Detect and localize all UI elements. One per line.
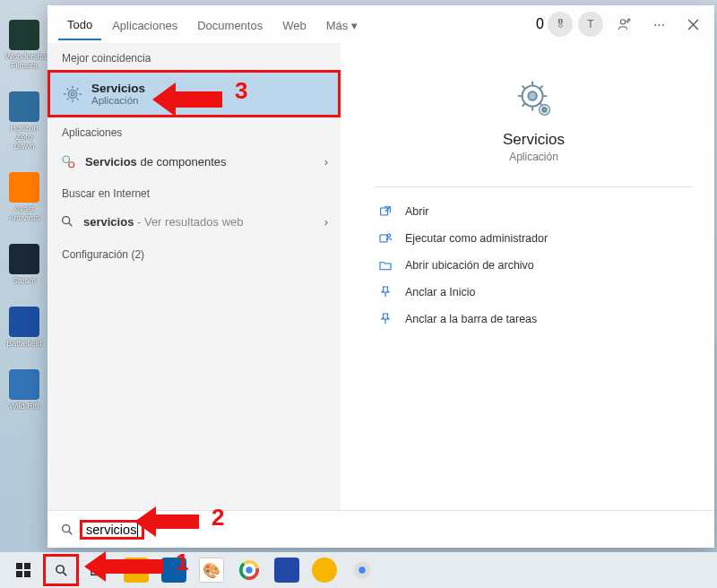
folder-icon xyxy=(378,258,393,272)
annotation-arrow-2 xyxy=(134,502,210,541)
services-gear-large-icon xyxy=(514,77,555,118)
tab-documentos[interactable]: Documentos xyxy=(188,10,272,39)
rewards-counter[interactable]: 0 🎖 xyxy=(536,12,573,37)
desktop-icon[interactable]: Wild Rift xyxy=(5,369,43,411)
web-label: Buscar en Internet xyxy=(48,178,341,205)
action-label: Abrir ubicación de archivo xyxy=(405,259,534,272)
result-text: servicios - Ver resultados web xyxy=(83,215,244,229)
svg-point-18 xyxy=(56,565,64,573)
search-icon xyxy=(60,214,74,229)
result-text: Servicios de componentes xyxy=(85,155,227,169)
medal-icon: 🎖 xyxy=(548,12,573,37)
taskbar-search-button[interactable] xyxy=(43,554,79,586)
svg-point-9 xyxy=(542,108,547,112)
action-label: Ejecutar como administrador xyxy=(405,232,548,245)
svg-point-4 xyxy=(69,162,74,168)
best-match-title: Servicios xyxy=(91,82,145,95)
action-run-admin[interactable]: Ejecutar como administrador xyxy=(375,225,693,252)
svg-rect-10 xyxy=(381,208,388,215)
svg-marker-30 xyxy=(84,551,163,582)
action-label: Anclar a la barra de tareas xyxy=(405,313,537,325)
desktop-icon[interactable]: Avast Antivirus xyxy=(5,172,43,222)
svg-point-25 xyxy=(246,566,252,573)
svg-rect-16 xyxy=(16,571,22,577)
tab-todo[interactable]: Todo xyxy=(58,9,101,40)
services-gear-icon xyxy=(63,84,82,104)
admin-icon xyxy=(378,231,393,246)
svg-marker-28 xyxy=(152,82,222,117)
svg-point-13 xyxy=(63,524,70,532)
svg-marker-29 xyxy=(134,506,199,537)
svg-rect-15 xyxy=(24,563,30,569)
tab-aplicaciones[interactable]: Aplicaciones xyxy=(103,10,186,39)
start-button[interactable] xyxy=(5,554,41,586)
annotation-number-2: 2 xyxy=(212,504,224,532)
annotation-number-1: 1 xyxy=(176,549,188,576)
taskbar-app[interactable] xyxy=(307,554,342,586)
chrome-canary-icon xyxy=(352,560,372,580)
tab-mas[interactable]: Más ▾ xyxy=(317,10,367,39)
pin-icon xyxy=(378,285,393,299)
svg-rect-17 xyxy=(24,571,30,577)
action-open[interactable]: Abrir xyxy=(375,198,693,225)
feedback-icon[interactable] xyxy=(609,8,641,40)
search-icon xyxy=(60,523,74,537)
action-open-location[interactable]: Abrir ubicación de archivo xyxy=(375,252,693,279)
taskbar-app[interactable]: 🎨 xyxy=(194,554,229,586)
details-subtitle: Aplicación xyxy=(375,151,693,163)
desktop-icon[interactable]: Horizon Zero Dawn xyxy=(5,91,43,151)
svg-point-7 xyxy=(528,91,537,100)
chevron-right-icon: › xyxy=(324,155,328,169)
result-servicios-componentes[interactable]: Servicios de componentes › xyxy=(48,144,341,178)
search-icon xyxy=(54,563,69,578)
windows-icon xyxy=(16,563,30,577)
desktop-icon[interactable]: Wondershare Filmora xyxy=(5,20,43,70)
desktop-icon[interactable]: Battlefield xyxy=(5,307,43,348)
config-label[interactable]: Configuración (2) xyxy=(48,238,341,266)
more-icon[interactable]: ⋯ xyxy=(643,8,675,40)
svg-rect-14 xyxy=(16,563,22,569)
svg-point-1 xyxy=(68,90,76,98)
chevron-right-icon: › xyxy=(324,215,328,229)
svg-point-27 xyxy=(358,566,365,573)
details-column: Servicios Aplicación Abrir Ejecutar como… xyxy=(341,43,714,510)
user-avatar[interactable]: T xyxy=(574,8,607,40)
svg-point-0 xyxy=(620,20,625,24)
annotation-arrow-1 xyxy=(84,547,174,586)
desktop-icons: Wondershare Filmora Horizon Zero Dawn Av… xyxy=(5,20,45,411)
taskbar-app[interactable] xyxy=(344,554,380,586)
taskbar-chrome[interactable] xyxy=(231,554,267,586)
annotation-number-3: 3 xyxy=(235,77,247,105)
divider xyxy=(375,186,693,187)
action-label: Anclar a Inicio xyxy=(405,286,476,298)
tab-web[interactable]: Web xyxy=(273,10,315,39)
desktop-icon[interactable]: Steam xyxy=(5,244,43,285)
component-services-icon xyxy=(60,153,76,169)
result-web-servicios[interactable]: servicios - Ver resultados web › xyxy=(48,205,341,238)
open-icon xyxy=(378,204,393,219)
best-match-label: Mejor coincidencia xyxy=(48,43,341,70)
taskbar-app[interactable] xyxy=(269,554,305,586)
svg-point-2 xyxy=(71,92,74,96)
svg-point-5 xyxy=(63,217,70,224)
action-pin-start[interactable]: Anclar a Inicio xyxy=(375,279,693,306)
action-pin-taskbar[interactable]: Anclar a la barra de tareas xyxy=(375,306,693,333)
action-label: Abrir xyxy=(405,205,428,218)
best-match-subtitle: Aplicación xyxy=(91,95,145,106)
pin-icon xyxy=(378,312,393,326)
close-icon[interactable] xyxy=(677,8,709,40)
svg-point-3 xyxy=(63,156,70,163)
start-search-panel: Todo Aplicaciones Documentos Web Más ▾ 0… xyxy=(48,5,714,548)
annotation-arrow-3 xyxy=(152,77,233,122)
rewards-count: 0 xyxy=(536,16,544,32)
search-tabs: Todo Aplicaciones Documentos Web Más ▾ 0… xyxy=(48,5,714,43)
chrome-icon xyxy=(239,560,259,580)
details-title: Servicios xyxy=(375,131,693,149)
svg-point-12 xyxy=(387,234,390,237)
svg-rect-11 xyxy=(380,235,387,242)
